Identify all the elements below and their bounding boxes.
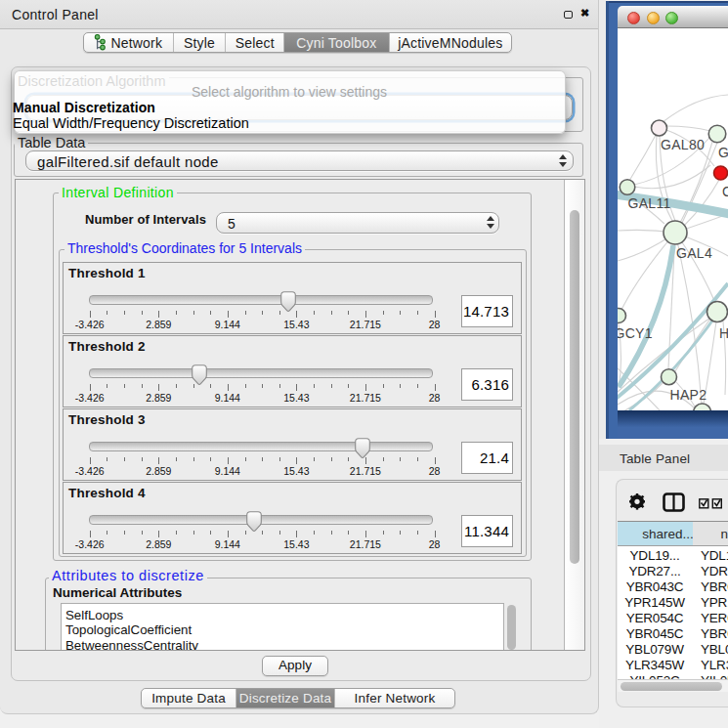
svg-text:C: C [722,184,728,199]
svg-text:H: H [719,325,728,341]
svg-text:GAL11: GAL11 [628,195,671,211]
svg-text:GAL80: GAL80 [661,137,705,152]
svg-text:GCY1: GCY1 [618,325,653,341]
svg-text:HAP2: HAP2 [670,387,707,403]
svg-text:GAL4: GAL4 [676,245,712,261]
svg-text:GA: GA [718,145,728,160]
